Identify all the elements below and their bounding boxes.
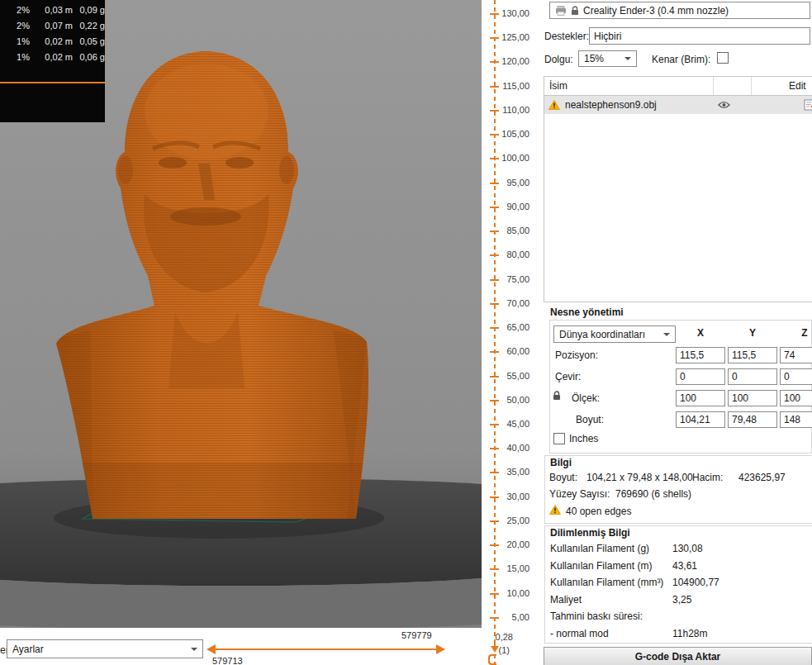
tick-label: 50,00 — [506, 395, 529, 405]
column-edit-header[interactable]: Edit — [751, 77, 812, 95]
ruler-tick-row: 25,00 — [482, 515, 538, 526]
scale-z-input[interactable] — [780, 390, 812, 406]
ruler-tick-row: 100,00 — [482, 153, 538, 164]
tick-label: 80,00 — [506, 249, 529, 259]
tick-label: 25,00 — [506, 515, 529, 525]
column-visibility-header[interactable] — [713, 77, 751, 95]
coordinate-system-dropdown[interactable]: Dünya koordinatları — [553, 325, 676, 343]
ruler-tick-row: 120,00 — [482, 56, 538, 67]
rotation-y-input[interactable] — [728, 368, 777, 385]
column-name-header[interactable]: İsim — [544, 80, 713, 92]
sliced-info-value: 11h28m — [672, 628, 707, 639]
tick-label: 125,00 — [501, 32, 529, 42]
scale-label: Ölçek: — [572, 392, 600, 404]
brim-label: Kenar (Brim): — [652, 54, 710, 65]
object-row[interactable]: nealstephenson9.obj — [544, 96, 812, 114]
inches-checkbox[interactable] — [553, 433, 565, 444]
tick-label: 90,00 — [506, 202, 529, 211]
position-x-input[interactable] — [676, 347, 725, 363]
stats-length: 0,03 m — [45, 5, 73, 15]
ruler-tick-row: 95,00 — [482, 178, 538, 188]
tick-mark — [490, 472, 499, 473]
inches-label: Inches — [569, 433, 598, 444]
export-gcode-button[interactable]: G-code Dışa Aktar — [544, 647, 812, 665]
layer-slider-right-arrow-icon[interactable] — [436, 644, 445, 654]
scale-lock-icon[interactable] — [553, 391, 561, 401]
stats-row: 1% 0,02 m 0,06 g — [0, 49, 105, 64]
size-z-input[interactable] — [780, 411, 812, 428]
position-y-input[interactable] — [728, 347, 777, 363]
filament-stats-table: 2% 0,03 m 0,09 g 2% 0,07 m 0,22 g 1% 0,0… — [0, 0, 105, 122]
ruler-tick-row: 70,00 — [482, 298, 538, 309]
position-label: Pozisyon: — [555, 349, 598, 361]
tick-mark — [490, 158, 499, 159]
ruler-tick-row: 30,00 — [482, 492, 538, 502]
stats-percent: 1% — [17, 52, 30, 62]
tick-label: 75,00 — [506, 274, 529, 284]
tick-mark — [490, 520, 499, 522]
scale-x-input[interactable] — [676, 390, 725, 406]
stats-percent: 2% — [17, 21, 30, 31]
tick-mark — [490, 351, 499, 353]
viewport-bottom-bar: er Ayarlar 579779 579713 — [0, 628, 482, 665]
tick-mark — [490, 86, 499, 88]
stats-percent: 1% — [17, 36, 30, 46]
tick-mark — [490, 254, 499, 256]
tick-mark — [490, 424, 499, 425]
sliced-info-row: Maliyet 3,25 — [550, 592, 808, 610]
sliced-info-value: 43,61 — [672, 560, 697, 572]
lock-icon — [571, 6, 579, 16]
tick-label: 5,00 — [512, 612, 529, 622]
tick-label: 40,00 — [506, 443, 529, 453]
brim-checkbox[interactable] — [717, 52, 729, 64]
tick-mark — [490, 327, 499, 329]
size-y-input[interactable] — [728, 411, 777, 428]
tick-mark — [490, 230, 499, 232]
ruler-tick-row: 90,00 — [482, 202, 538, 212]
info-volume-label: Hacim: — [692, 472, 723, 483]
object-name: nealstephenson9.obj — [565, 99, 657, 111]
scale-y-input[interactable] — [728, 390, 777, 406]
layer-down-arrowhead-icon[interactable] — [491, 646, 499, 653]
tick-mark — [490, 400, 499, 401]
size-x-input[interactable] — [676, 411, 725, 428]
printer-name: Creality Ender-3 (0.4 mm nozzle) — [583, 5, 729, 17]
sliced-info-label: - normal mod — [550, 628, 609, 639]
edit-icon[interactable] — [804, 99, 812, 111]
layer-slider-left-arrow-icon[interactable] — [207, 644, 216, 654]
info-title: Bilgi — [550, 457, 572, 468]
position-z-input[interactable] — [780, 347, 812, 363]
layer-slider-track[interactable] — [216, 648, 436, 650]
layer-down-arrow-icon[interactable] — [494, 639, 496, 646]
printer-selector[interactable]: Creality Ender-3 (0.4 mm nozzle) — [549, 2, 810, 19]
supports-input[interactable] — [589, 27, 810, 45]
sliced-info-row: Kullanılan Filament (g) 130,08 — [550, 541, 808, 558]
tick-mark — [490, 183, 499, 184]
sliced-info-row: Kullanılan Filament (mm³) 104900,77 — [550, 575, 808, 592]
stats-length: 0,07 m — [45, 21, 73, 31]
tick-label: 120,00 — [501, 56, 529, 66]
stats-weight: 0,09 g — [79, 5, 105, 15]
ruler-tick-row: 110,00 — [482, 105, 538, 116]
supports-label: Destekler: — [544, 31, 589, 42]
layer-lock-icon[interactable] — [488, 654, 496, 665]
tick-label: 20,00 — [506, 539, 529, 549]
settings-dropdown[interactable]: Ayarlar — [7, 639, 203, 658]
rotation-x-input[interactable] — [676, 368, 725, 385]
slicer-window: 2% 0,03 m 0,09 g 2% 0,07 m 0,22 g 1% 0,0… — [0, 0, 812, 665]
info-size-value: 104,21 x 79,48 x 148,00 — [586, 472, 693, 483]
open-edges-warning-icon — [549, 505, 561, 515]
rotation-z-input[interactable] — [780, 368, 812, 385]
tick-label: 130,00 — [501, 8, 529, 18]
ruler-tick-row: 40,00 — [482, 443, 538, 454]
ruler-tick-row: 105,00 — [482, 129, 538, 140]
info-faces-value: 769690 (6 shells) — [615, 488, 691, 500]
stats-weight: 0,06 g — [79, 52, 105, 62]
tick-mark — [490, 568, 499, 570]
tick-label: 95,00 — [506, 178, 529, 188]
ruler-tick-row: 125,00 — [482, 32, 538, 43]
eye-icon[interactable] — [718, 101, 730, 109]
infill-dropdown[interactable]: 15% — [578, 50, 637, 67]
sliced-info-value: 104900,77 — [672, 577, 719, 588]
3d-viewport[interactable]: 2% 0,03 m 0,09 g 2% 0,07 m 0,22 g 1% 0,0… — [0, 0, 482, 628]
